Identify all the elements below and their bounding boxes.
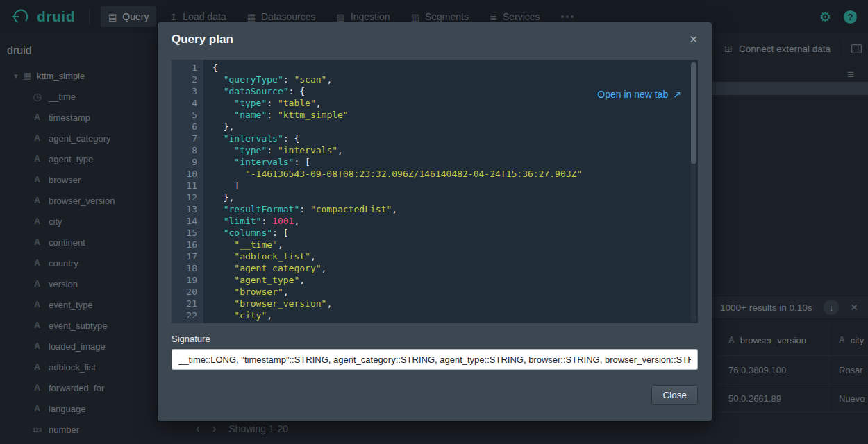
code-token: "columns": [224, 228, 272, 238]
line-number: 21: [172, 298, 197, 309]
code-token: 1001: [272, 216, 294, 226]
signature-input[interactable]: [172, 349, 698, 370]
code-line: "agent_category",: [212, 262, 698, 274]
line-number: 16: [172, 239, 197, 250]
line-number: 5: [172, 109, 197, 121]
code-line: ]: [212, 180, 698, 191]
code-line: },: [212, 121, 698, 133]
query-plan-editor[interactable]: 1234567891011121314151617181920212223 { …: [172, 60, 698, 323]
code-token: "adblock_list": [234, 251, 310, 262]
code-token: "dataSource": [224, 86, 289, 96]
code-token: ,: [392, 204, 397, 214]
scrollbar-thumb[interactable]: [691, 62, 696, 164]
code-token: "intervals": [234, 157, 294, 167]
code-token: ,: [316, 98, 322, 108]
code-token: [212, 157, 234, 167]
code-token: "intervals": [278, 145, 337, 155]
code-line: "city",: [212, 309, 698, 321]
code-token: [212, 86, 224, 96]
code-line: "-146136543-09-08T08:23:32.096Z/14614048…: [212, 168, 698, 180]
code-token: "type": [234, 98, 267, 108]
editor-scrollbar[interactable]: [691, 61, 696, 322]
line-number: 23: [172, 321, 197, 323]
code-token: :: [267, 110, 278, 120]
line-number: 3: [172, 85, 197, 97]
code-token: [212, 228, 224, 238]
code-token: "browser_version": [234, 298, 326, 309]
code-line: },: [212, 191, 698, 203]
code-token: ,: [337, 145, 343, 155]
code-line: "continent",: [212, 321, 698, 323]
signature-label: Signature: [172, 334, 698, 344]
line-number: 14: [172, 215, 197, 227]
code-token: },: [212, 192, 234, 203]
code-token: {: [212, 62, 218, 73]
code-token: "agent_category": [234, 263, 321, 273]
code-token: "resultFormat": [224, 204, 300, 214]
code-token: "scan": [294, 74, 326, 85]
code-token: : [: [272, 228, 288, 238]
code-token: "type": [234, 145, 267, 155]
code-token: : [: [294, 157, 310, 167]
code-token: "intervals": [224, 133, 283, 144]
code-token: [212, 251, 234, 262]
code-line: "queryType": "scan",: [212, 74, 698, 85]
line-number: 20: [172, 286, 197, 298]
code-token: [212, 298, 234, 309]
code-token: [212, 145, 234, 155]
line-number: 1: [172, 62, 197, 74]
line-number: 12: [172, 191, 197, 203]
dialog-footer: Close: [172, 385, 698, 405]
code-token: "table": [278, 98, 316, 108]
code-line: "type": "intervals",: [212, 144, 698, 156]
code-token: ]: [212, 180, 240, 191]
code-line: "columns": [: [212, 227, 698, 239]
code-line: "adblock_list",: [212, 250, 698, 262]
code-token: [212, 216, 224, 226]
code-token: ,: [326, 74, 332, 85]
line-number: 9: [172, 156, 197, 168]
code-line: {: [212, 62, 698, 74]
code-token: : {: [289, 86, 305, 96]
line-number: 17: [172, 250, 197, 262]
code-token: ,: [299, 275, 305, 285]
line-number: 11: [172, 180, 197, 191]
code-token: : {: [283, 133, 299, 144]
code-token: [212, 322, 234, 323]
code-token: [212, 204, 224, 214]
code-token: [212, 310, 234, 321]
code-token: "browser": [234, 287, 283, 297]
open-in-new-tab-link[interactable]: Open in new tab ↗: [597, 89, 681, 101]
code-token: ,: [294, 322, 299, 323]
code-token: :: [261, 216, 272, 226]
code-line: "limit": 1001,: [212, 215, 698, 227]
code-token: "name": [234, 110, 267, 120]
dialog-header: Query plan ✕: [158, 22, 712, 53]
line-number: 19: [172, 274, 197, 286]
code-token: :: [299, 204, 310, 214]
code-line: "agent_type",: [212, 274, 698, 286]
druid-console: druid ▤Query↥Load data▦Datasources▨Inges…: [0, 0, 868, 444]
code-line: "intervals": [: [212, 156, 698, 168]
code-token: "-146136543-09-08T08:23:32.096Z/14614048…: [245, 169, 582, 179]
code-token: ,: [267, 310, 272, 321]
code-token: [212, 275, 234, 285]
line-number: 7: [172, 133, 197, 144]
close-button[interactable]: Close: [651, 385, 698, 405]
code-token: :: [283, 74, 294, 85]
code-line: "intervals": {: [212, 133, 698, 144]
code-token: ,: [283, 287, 289, 297]
code-token: ,: [278, 239, 283, 250]
code-token: },: [212, 121, 234, 132]
code-line: "browser",: [212, 286, 698, 298]
code-token: "continent": [234, 322, 294, 323]
code-token: ,: [326, 298, 332, 309]
line-number: 4: [172, 97, 197, 109]
line-number: 18: [172, 262, 197, 274]
code-token: [212, 239, 234, 250]
line-number: 15: [172, 227, 197, 239]
close-dialog-icon[interactable]: ✕: [689, 33, 698, 46]
code-token: ,: [294, 216, 299, 226]
line-number: 22: [172, 309, 197, 321]
line-number: 10: [172, 168, 197, 180]
